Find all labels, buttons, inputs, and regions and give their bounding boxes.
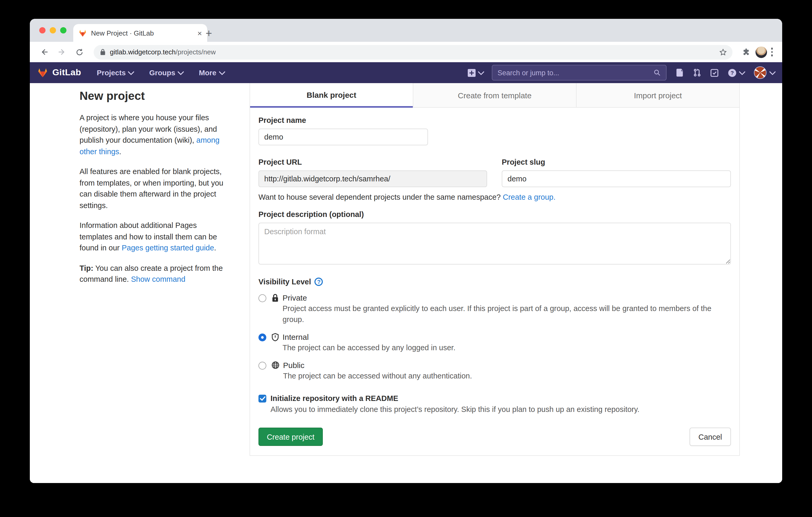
search-placeholder: Search or jump to... [498,69,654,77]
back-icon[interactable] [35,45,53,59]
readme-section: Initialize repository with a README Allo… [258,394,731,414]
show-command-link[interactable]: Show command [131,275,185,283]
globe-icon [271,361,280,369]
gitlab-brand-name: GitLab [52,67,81,78]
initialize-readme-description: Allows you to immediately clone this pro… [270,405,731,414]
gitlab-brand[interactable]: GitLab [37,67,81,78]
sidebar-paragraph-2: All features are enabled for blank proje… [80,166,227,211]
search-icon [654,69,661,76]
project-url-input[interactable] [258,171,487,187]
public-option-description: The project can be accessed without any … [283,371,472,382]
chevron-down-icon [177,68,184,75]
tab-import-project[interactable]: Import project [576,83,739,108]
url-text: gitlab.widgetcorp.tech/projects/new [110,48,216,56]
tab-blank-project[interactable]: Blank project [250,83,413,108]
shield-icon [271,333,279,341]
chevron-down-icon [219,68,225,75]
new-tab-button[interactable]: + [206,28,212,39]
page-content: New project A project is where you house… [30,83,782,483]
browser-menu-icon[interactable] [771,48,773,57]
close-window-button[interactable] [39,27,46,33]
nav-item-more[interactable]: More [199,68,224,77]
create-project-button[interactable]: Create project [258,428,323,446]
chevron-down-icon [769,68,776,75]
merge-request-icon[interactable] [693,68,701,77]
minimize-window-button[interactable] [50,27,56,33]
public-option-label[interactable]: Public [283,361,472,370]
initialize-readme-label[interactable]: Initialize repository with a README [270,394,398,402]
tab-title: New Project · GitLab [91,29,193,37]
address-bar[interactable]: gitlab.widgetcorp.tech/projects/new [94,45,732,59]
new-project-sidebar: New project A project is where you house… [80,89,227,294]
user-menu[interactable] [754,66,775,79]
browser-profile-avatar[interactable] [755,46,767,58]
chevron-down-icon [478,68,484,75]
chevron-down-icon [128,68,135,75]
new-project-panel: Blank project Create from template Impor… [250,83,740,456]
pages-guide-link[interactable]: Pages getting started guide [122,244,214,252]
project-url-label: Project URL [258,158,487,166]
chevron-down-icon [739,68,745,75]
internal-option-label[interactable]: Internal [283,332,456,341]
project-name-label: Project name [258,116,731,124]
project-type-tabs: Blank project Create from template Impor… [250,83,739,108]
initialize-readme-checkbox[interactable] [258,394,266,402]
gitlab-logo-icon [37,67,48,78]
create-a-group-link[interactable]: Create a group. [503,193,556,201]
tab-create-from-template[interactable]: Create from template [413,83,576,108]
private-option-description: Project access must be granted explicitl… [283,303,726,325]
zoom-window-button[interactable] [60,27,66,33]
visibility-level-label: Visibility Level [258,278,311,286]
help-icon[interactable]: ? [728,68,745,77]
nav-item-groups[interactable]: Groups [149,68,183,77]
extensions-puzzle-icon[interactable] [737,45,755,59]
gitlab-navbar: GitLab Projects Groups More Search or ju… [30,62,782,83]
bookmark-star-icon[interactable] [719,48,727,56]
svg-text:?: ? [731,70,734,75]
private-radio[interactable] [258,294,266,302]
issues-icon[interactable] [676,68,684,77]
visibility-option-private: Private Project access must be granted e… [258,293,731,325]
page-title: New project [80,89,227,103]
browser-tab-strip: New Project · GitLab × + [30,19,782,42]
internal-radio[interactable] [258,334,266,341]
forward-icon[interactable] [53,45,70,59]
todos-icon[interactable] [710,69,718,77]
cancel-button[interactable]: Cancel [690,428,731,446]
tab-close-icon[interactable]: × [197,29,202,37]
public-radio[interactable] [258,362,266,370]
new-menu-plus-icon[interactable] [468,69,484,77]
traffic-lights [39,27,66,33]
browser-window: New Project · GitLab × + gitlab.widgetc [30,19,782,483]
project-name-input[interactable] [258,129,428,145]
visibility-option-public: Public The project can be accessed witho… [258,361,731,382]
browser-tab[interactable]: New Project · GitLab × [73,24,207,42]
reload-icon[interactable] [70,45,88,59]
project-description-label: Project description (optional) [258,210,731,218]
visibility-option-internal: Internal The project can be accessed by … [258,332,731,354]
sidebar-paragraph-3: Information about additional Pages templ… [80,220,227,254]
blank-project-form: Project name Project URL Project slug Wa… [250,108,739,455]
gitlab-favicon [79,29,87,37]
user-avatar [754,66,766,79]
search-input[interactable]: Search or jump to... [492,65,667,81]
nav-item-projects[interactable]: Projects [97,68,134,77]
namespace-hint: Want to house several dependent projects… [258,193,731,201]
lock-icon [100,49,106,55]
internal-option-description: The project can be accessed by any logge… [283,342,456,354]
visibility-help-icon[interactable]: ? [315,278,323,286]
desktop: New Project · GitLab × + gitlab.widgetc [0,0,812,517]
project-slug-input[interactable] [502,171,731,187]
browser-toolbar: gitlab.widgetcorp.tech/projects/new [30,42,782,62]
sidebar-tip: Tip: You can also create a project from … [80,263,227,285]
private-option-label[interactable]: Private [283,293,726,302]
project-slug-label: Project slug [502,158,731,166]
lock-icon [271,294,279,302]
sidebar-paragraph-1: A project is where you house your files … [80,112,227,157]
project-description-textarea[interactable] [258,223,731,265]
